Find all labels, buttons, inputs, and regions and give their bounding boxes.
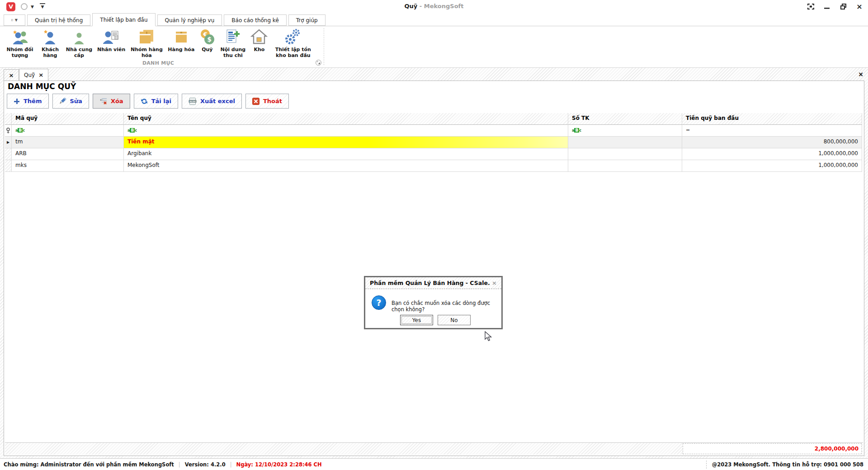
tab-bao-cao-thong-ke[interactable]: Báo cáo thống kê <box>224 14 286 26</box>
product-icon <box>174 28 189 46</box>
dialog-title: Phần mềm Quản Lý Bán Hàng - CSale. <box>370 280 492 286</box>
toolbar: Thêm Sửa Xóa Tải lại XLSX Xuất excel Tho… <box>7 94 289 109</box>
ribbon-item-nhan-vien[interactable]: Nhân viên <box>95 27 127 54</box>
ribbon-item-label: Hàng hóa <box>168 47 194 53</box>
dialog-close-icon[interactable]: × <box>492 280 497 286</box>
ribbon-item-label: Nội dung thu chi <box>220 47 246 58</box>
ribbon-item-noi-dung-thu-chi[interactable]: Nội dung thu chi <box>217 27 248 59</box>
edit-button[interactable]: Sửa <box>52 94 89 109</box>
close-icon: × <box>9 72 14 79</box>
exit-button[interactable]: Thoát <box>245 94 289 109</box>
delete-button[interactable]: Xóa <box>93 94 130 109</box>
ribbon-item-thiet-lap-ton-kho[interactable]: Thiết lập tồn kho ban đầu <box>270 27 316 59</box>
filter-cell-tien-quy[interactable]: = <box>682 125 862 137</box>
cell-tien-quy[interactable]: 1,000,000,000 <box>682 160 862 172</box>
group-people-icon <box>10 28 29 46</box>
table-row[interactable]: mks MekongSoft 1,000,000,000 <box>5 160 863 172</box>
cell-so-tk[interactable] <box>568 160 682 172</box>
cell-ten-quy[interactable]: MekongSoft <box>124 160 568 172</box>
plus-icon <box>14 98 20 104</box>
group-dialog-launcher-icon[interactable] <box>316 60 321 66</box>
fit-screen-icon[interactable] <box>806 2 816 11</box>
column-header-so-tk[interactable]: Số TK <box>568 113 682 125</box>
column-header-ten-quy[interactable]: Tên quỹ <box>124 113 568 125</box>
ribbon-item-nha-cung-cap[interactable]: Nhà cung cấp <box>63 27 95 59</box>
danh-muc-quy-panel: DANH MỤC QUỸ Thêm Sửa Xóa Tải lại XLSX X… <box>4 81 864 456</box>
delete-button-label: Xóa <box>111 98 123 104</box>
ribbon-item-label: Nhóm đối tượng <box>5 47 35 58</box>
page-title: DANH MỤC QUỸ <box>8 82 76 91</box>
tab-close-all-button[interactable]: × <box>4 69 19 81</box>
filter-cell-so-tk[interactable]: aBc <box>568 125 682 137</box>
ribbon-group-label: DANH MỤC <box>0 60 316 66</box>
reload-button-label: Tải lại <box>151 98 171 104</box>
ribbon-tab-strip: ▼ Quản trị hệ thống Thiết lập ban đầu Qu… <box>0 13 868 26</box>
chevron-down-icon: ▼ <box>15 18 18 22</box>
confirm-delete-dialog: Phần mềm Quản Lý Bán Hàng - CSale. × ? B… <box>364 276 503 329</box>
close-document-icon[interactable]: × <box>858 71 863 78</box>
status-bar: Chào mừng: Administrator đến với phần mề… <box>0 458 868 470</box>
svg-text:XLSX: XLSX <box>189 100 196 102</box>
grid-header-row: Mã quỹ Tên quỹ Số TK Tiền quỹ ban đầu <box>5 113 863 125</box>
fund-coins-icon: € $ <box>199 28 215 46</box>
minimize-icon[interactable] <box>822 2 832 11</box>
cell-so-tk[interactable] <box>568 148 682 160</box>
ribbon-body: Nhóm đối tượng Khách hàng <box>0 26 868 68</box>
ribbon-app-tab[interactable]: ▼ <box>4 14 25 26</box>
reload-button[interactable]: Tải lại <box>134 94 178 109</box>
question-icon: ? <box>372 295 386 310</box>
cell-tien-quy[interactable]: 1,000,000,000 <box>682 148 862 160</box>
window-title-secondary: - MekongSoft <box>417 3 463 9</box>
exit-button-label: Thoát <box>263 98 282 104</box>
warehouse-icon <box>250 28 268 46</box>
ribbon-item-khach-hang[interactable]: Khách hàng <box>37 27 63 59</box>
cell-so-tk[interactable] <box>568 137 682 148</box>
table-row[interactable]: ARB Argibank 1,000,000,000 <box>5 148 863 160</box>
ribbon-item-label: Quỹ <box>202 47 212 53</box>
pencil-icon <box>59 98 66 104</box>
ribbon-item-nhom-doi-tuong[interactable]: Nhóm đối tượng <box>3 27 37 59</box>
filter-cell-ma-quy[interactable]: aBc <box>12 125 124 137</box>
restore-icon[interactable] <box>838 2 848 11</box>
ribbon-item-nhom-hang-hoa[interactable]: Nhóm hàng hóa <box>127 27 165 59</box>
document-tab-label: Quỹ <box>24 72 35 78</box>
dialog-message: Bạn có chắc muốn xóa các dòng được chọn … <box>392 300 500 313</box>
ribbon-item-label: Nhóm hàng hóa <box>130 47 163 58</box>
export-excel-button-label: Xuất excel <box>200 98 235 104</box>
ribbon-item-kho[interactable]: Kho <box>248 27 270 54</box>
product-group-icon <box>137 28 156 46</box>
table-row[interactable]: ▶ tm Tiền mặt 800,000,000 <box>5 137 863 148</box>
dialog-title-bar[interactable]: Phần mềm Quản Lý Bán Hàng - CSale. × <box>365 277 501 289</box>
status-separator: | <box>230 461 232 468</box>
column-header-tien-quy[interactable]: Tiền quỹ ban đầu <box>682 113 862 125</box>
filter-cell-ten-quy[interactable]: aBc <box>124 125 568 137</box>
add-button[interactable]: Thêm <box>7 94 49 109</box>
cell-ma-quy[interactable]: tm <box>12 137 124 148</box>
document-tab-quy[interactable]: Quỹ × <box>19 69 48 81</box>
cell-tien-quy[interactable]: 800,000,000 <box>682 137 862 148</box>
ribbon-item-quy[interactable]: € $ Quỹ <box>197 27 217 54</box>
filter-row-indicator-icon <box>5 125 12 137</box>
yes-button[interactable]: Yes <box>400 315 433 325</box>
svg-text:$: $ <box>207 36 212 43</box>
cell-ma-quy[interactable]: mks <box>12 160 124 172</box>
tab-tro-giup[interactable]: Trợ giúp <box>288 14 326 26</box>
close-window-icon[interactable]: × <box>854 2 864 11</box>
ribbon-item-label: Nhà cung cấp <box>66 47 93 58</box>
column-header-ma-quy[interactable]: Mã quỹ <box>12 113 124 125</box>
ribbon-item-label: Kho <box>254 47 264 53</box>
cell-ma-quy[interactable]: ARB <box>12 148 124 160</box>
cell-ten-quy-highlighted[interactable]: Tiền mặt <box>124 137 568 148</box>
status-version: Version: 4.2.0 <box>185 461 226 468</box>
tab-quan-ly-nghiep-vu[interactable]: Quản lý nghiệp vụ <box>157 14 222 26</box>
edit-button-label: Sửa <box>70 98 82 104</box>
ribbon-item-hang-hoa[interactable]: Hàng hóa <box>165 27 197 54</box>
customer-icon <box>42 28 59 46</box>
close-tab-icon[interactable]: × <box>38 71 43 78</box>
employee-icon <box>102 28 121 46</box>
tab-thiet-lap-ban-dau[interactable]: Thiết lập ban đầu <box>92 13 155 26</box>
cell-ten-quy[interactable]: Argibank <box>124 148 568 160</box>
no-button[interactable]: No <box>438 315 471 325</box>
export-excel-button[interactable]: XLSX Xuất excel <box>182 94 242 109</box>
tab-quan-tri-he-thong[interactable]: Quản trị hệ thống <box>27 14 90 26</box>
